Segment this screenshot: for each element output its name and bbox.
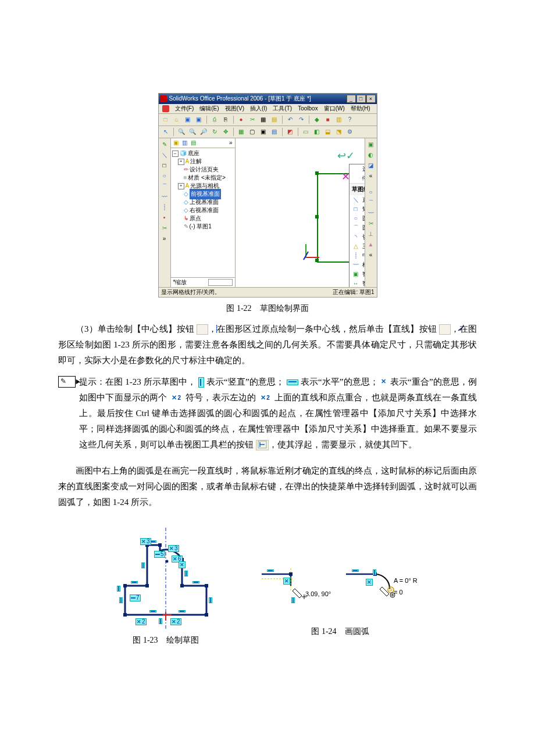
print-icon[interactable]: ⎙ <box>210 115 219 124</box>
sketch-icon[interactable]: ✎ <box>160 141 169 149</box>
r-circle-icon[interactable]: ○ <box>367 188 375 196</box>
rotate-icon[interactable]: ↻ <box>210 127 219 137</box>
menu-toolbox[interactable]: Toolbox <box>298 103 318 114</box>
tab-prop-icon[interactable]: ▤ <box>191 138 196 148</box>
open-icon[interactable]: ⌂ <box>172 115 181 124</box>
arc-icon[interactable]: ⌒ <box>160 182 169 191</box>
graphics-area[interactable]: ↩✓ ✕ 选择其它 (C) 缩放/平移/旋转▸ 草图绘制实体 ＼直线(L) □矩… <box>236 138 365 287</box>
zoom-fit-icon[interactable]: 🔍 <box>177 127 186 137</box>
cut-icon[interactable]: ✂ <box>248 115 257 124</box>
trim-icon[interactable]: ✂ <box>160 224 169 232</box>
view-icon[interactable]: ⬔ <box>334 127 344 137</box>
tab-feature-icon[interactable]: ▣ <box>173 138 179 148</box>
feature-tree-panel: ▣ ▥ ▤ » –🧊底座 +A注解 ✏设计活页夹 ≡材质 <未指定> +A光源与… <box>171 138 236 287</box>
ctx-rect[interactable]: □矩形 <box>349 205 365 214</box>
svg-point-18 <box>166 560 169 563</box>
save-icon[interactable]: ▣ <box>183 115 192 124</box>
zoom-in-icon[interactable]: 🔎 <box>199 127 208 137</box>
maximize-button[interactable]: □ <box>356 95 366 103</box>
view-front-icon[interactable]: ▭ <box>301 127 311 137</box>
ctx-zoom[interactable]: 缩放/平移/旋转▸ <box>349 174 365 183</box>
menu-help[interactable]: 帮助(H) <box>351 103 370 114</box>
rebuild-icon[interactable]: ● <box>237 115 246 124</box>
zoom-area-icon[interactable]: 🔍 <box>188 127 197 137</box>
svg-rect-15 <box>180 584 184 587</box>
r-arc-icon[interactable]: ⌒ <box>367 199 375 207</box>
ctx-circle[interactable]: ○圆(C) <box>349 214 365 223</box>
r-spline-icon[interactable]: 〰 <box>367 209 375 217</box>
fig24-dim: 3.09, 90° <box>305 589 331 600</box>
spline-icon[interactable]: 〰 <box>160 193 169 201</box>
ref-icon[interactable]: ◆ <box>312 115 322 124</box>
menu-file[interactable]: 文件(F) <box>175 103 194 114</box>
stop-icon[interactable]: ■ <box>323 115 333 124</box>
select-icon[interactable]: ↖ <box>161 127 170 137</box>
figure-1-23-col: 3 5 3 6 7 2 2 图 1-23 绘制草图 <box>113 528 218 653</box>
ctx-arc-csf[interactable]: ⌒圆心/起/终点画弧(A) <box>349 223 365 232</box>
menu-window[interactable]: 窗口(W) <box>324 103 345 114</box>
menu-tools[interactable]: 工具(T) <box>273 103 292 114</box>
help-icon[interactable]: ? <box>345 115 355 124</box>
preview-icon[interactable]: ⎘ <box>221 115 230 124</box>
r-extrude-icon[interactable]: ▣ <box>367 141 375 149</box>
app-body: ✎ ＼ □ ○ ⌒ 〰 ┊ • ✂ » ▣ ▥ ▤ » –🧊底座 <box>159 138 377 287</box>
pan-icon[interactable]: ✥ <box>221 127 230 137</box>
redo-icon[interactable]: ↷ <box>297 115 306 124</box>
node-tl[interactable] <box>315 171 319 175</box>
minimize-button[interactable]: _ <box>347 95 356 103</box>
point-icon[interactable]: • <box>160 214 169 222</box>
feature-tree: –🧊底座 +A注解 ✏设计活页夹 ≡材质 <未指定> +A光源与相机 ◇前视基准… <box>171 148 235 277</box>
r-cut-icon[interactable]: ◪ <box>367 162 375 170</box>
shaded-icon[interactable]: ▣ <box>259 127 268 137</box>
ctx-centerline[interactable]: ┊中心线(L) <box>349 251 365 260</box>
r-revolve-icon[interactable]: ◐ <box>367 151 375 159</box>
close-button[interactable]: × <box>366 95 376 103</box>
saveall-icon[interactable]: ▣ <box>194 115 204 124</box>
r-trim-icon[interactable]: ✂ <box>367 220 375 228</box>
ctx-3pt-arc[interactable]: △三点圆弧 <box>349 242 365 251</box>
wire-icon[interactable]: ▦ <box>237 127 246 137</box>
node-ml[interactable] <box>315 215 319 218</box>
ctx-tangent-arc[interactable]: ◝切线弧(I) <box>349 232 365 242</box>
line-button-icon <box>439 324 451 335</box>
tab-expand-icon[interactable]: » <box>229 138 233 148</box>
more-icon[interactable]: » <box>160 235 169 243</box>
centerline-icon[interactable]: ┊ <box>160 203 169 212</box>
ctx-select-other[interactable]: 选择其它 (C) <box>349 164 365 174</box>
view-normal-icon[interactable]: ⬓ <box>323 127 333 137</box>
r-rel-icon[interactable]: ⊥ <box>367 230 375 238</box>
menu-insert[interactable]: 插入(I) <box>250 103 267 114</box>
line-icon[interactable]: ＼ <box>160 151 169 159</box>
tree-sketch1[interactable]: (-) 草图1 <box>190 221 212 232</box>
r-tri-icon[interactable]: ▲ <box>367 241 375 249</box>
tip-text: 提示：在图 1-23 所示草图中， 表示“竖直”的意思； 表示“水平”的意思； … <box>79 374 477 453</box>
ctx-line[interactable]: ＼直线(L) <box>349 195 365 205</box>
section-icon[interactable]: ◩ <box>286 127 295 137</box>
ctx-spline[interactable]: 〰样条曲线(S) <box>349 260 365 270</box>
axis-x <box>305 257 319 258</box>
solidworks-screenshot: SolidWorks Office Professional 2006 - [草… <box>158 93 377 298</box>
undo-icon[interactable]: ↶ <box>286 115 295 124</box>
menu-view[interactable]: 视图(V) <box>225 103 244 114</box>
copy-icon[interactable]: ▦ <box>259 115 268 124</box>
view-iso-icon[interactable]: ◧ <box>312 127 322 137</box>
ctx-smart-dim[interactable]: ↔智能尺寸(D) <box>349 279 365 287</box>
tool-icon[interactable]: ⚙ <box>345 127 355 137</box>
p3-b: ，在图形区过原点绘制一条中心线，然后单击【直线】按钮 <box>208 324 437 334</box>
ctx-smart-ent[interactable]: ▣智能实体(N) <box>349 270 365 279</box>
tab-config-icon[interactable]: ▥ <box>182 138 187 148</box>
r-more-icon[interactable]: « <box>367 172 375 180</box>
paste-icon[interactable]: ▤ <box>270 115 279 124</box>
circle-icon[interactable]: ○ <box>160 172 169 180</box>
shadow-icon[interactable]: ▤ <box>270 127 279 137</box>
hlr-icon[interactable]: ▢ <box>248 127 257 137</box>
node-bl[interactable] <box>315 259 319 262</box>
rect-icon[interactable]: □ <box>160 162 169 170</box>
new-icon[interactable]: □ <box>161 115 170 124</box>
r-more2-icon[interactable]: « <box>367 251 375 259</box>
menu-edit[interactable]: 编辑(E) <box>199 103 219 114</box>
catalog-icon[interactable]: ▥ <box>334 115 344 124</box>
confirm-ok-icon[interactable]: ↩✓ <box>337 146 355 165</box>
tip-1c: 表示“水平”的意思； <box>298 377 379 386</box>
filter-input[interactable] <box>208 279 233 286</box>
